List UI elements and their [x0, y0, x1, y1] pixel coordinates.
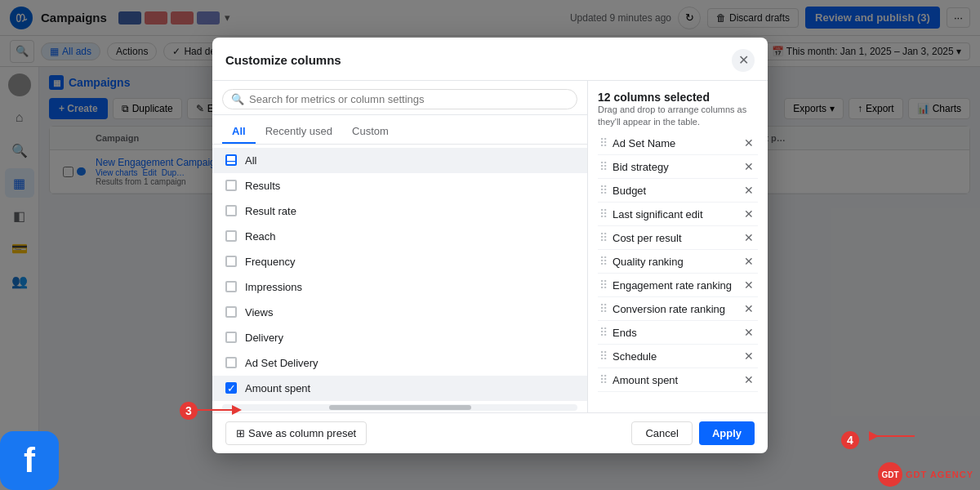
drag-handle-icon[interactable]: ⠿	[599, 160, 608, 173]
list-item-all[interactable]: — All	[212, 148, 587, 173]
column-item-quality-ranking: ⠿ Quality ranking ✕	[598, 250, 758, 274]
modal-overlay[interactable]: Customize columns ✕ 🔍 All Recently used …	[0, 0, 980, 490]
remove-column-button[interactable]: ✕	[742, 349, 756, 363]
drag-handle-icon[interactable]: ⠿	[599, 326, 608, 339]
column-label: Engagement rate ranking	[612, 279, 737, 292]
arrow-4	[866, 428, 915, 444]
watermark: GDT GDT AGENCY	[878, 462, 973, 487]
column-label: Ad Set Name	[612, 137, 737, 149]
column-item-last-edit: ⠿ Last significant edit ✕	[598, 203, 758, 226]
modal-search-area: 🔍	[212, 81, 587, 115]
metric-search-wrap: 🔍	[222, 89, 577, 109]
frequency-checkbox	[225, 256, 237, 267]
reach-label: Reach	[245, 230, 276, 243]
drag-handle-icon[interactable]: ⠿	[599, 136, 608, 149]
remove-column-button[interactable]: ✕	[742, 207, 756, 221]
drag-handle-icon[interactable]: ⠿	[599, 350, 608, 363]
drag-handle-icon[interactable]: ⠿	[599, 207, 608, 220]
results-checkbox	[225, 180, 237, 191]
drag-handle-icon[interactable]: ⠿	[599, 184, 608, 197]
column-label: Conversion rate ranking	[612, 303, 737, 315]
gdt-logo-icon: GDT	[878, 462, 902, 487]
tab-custom[interactable]: Custom	[342, 120, 399, 144]
frequency-label: Frequency	[245, 256, 295, 268]
column-label: Ends	[612, 327, 737, 339]
delivery-label: Delivery	[245, 332, 283, 344]
remove-column-button[interactable]: ✕	[742, 254, 756, 269]
list-scrollbar[interactable]	[222, 404, 577, 411]
all-checkbox: —	[225, 154, 237, 166]
column-item-ad-set-name: ⠿ Ad Set Name ✕	[598, 131, 758, 155]
modal-left-panel: 🔍 All Recently used Custom — All	[212, 81, 588, 412]
list-item-amount-spent[interactable]: ✓ Amount spent	[212, 376, 587, 401]
annotation-3: 3	[180, 402, 198, 420]
modal-header: Customize columns ✕	[212, 38, 768, 81]
column-label: Budget	[612, 185, 737, 197]
list-item-impressions[interactable]: Impressions	[212, 274, 587, 300]
drag-handle-icon[interactable]: ⠿	[599, 278, 608, 292]
amount-spent-label: Amount spent	[245, 382, 310, 394]
column-item-budget: ⠿ Budget ✕	[598, 179, 758, 203]
column-item-schedule: ⠿ Schedule ✕	[598, 345, 758, 368]
delivery-checkbox	[225, 332, 237, 343]
cancel-button[interactable]: Cancel	[631, 421, 692, 445]
impressions-checkbox	[225, 281, 237, 292]
footer-right-buttons: Cancel Apply	[631, 421, 755, 445]
remove-column-button[interactable]: ✕	[742, 372, 756, 387]
tab-all[interactable]: All	[222, 120, 256, 144]
amount-spent-checkbox: ✓	[225, 382, 237, 394]
scrollbar-thumb	[329, 405, 471, 410]
customize-columns-modal: Customize columns ✕ 🔍 All Recently used …	[212, 38, 768, 453]
apply-button[interactable]: Apply	[699, 421, 755, 445]
remove-column-button[interactable]: ✕	[742, 325, 756, 340]
all-label: All	[245, 154, 256, 167]
list-item-delivery[interactable]: Delivery	[212, 325, 587, 350]
results-label: Results	[245, 180, 280, 192]
right-panel-header: 12 columns selected Drag and drop to arr…	[598, 91, 758, 129]
remove-column-button[interactable]: ✕	[742, 278, 756, 292]
column-label: Last significant edit	[612, 208, 737, 220]
views-checkbox	[225, 306, 237, 318]
list-item-results[interactable]: Results	[212, 173, 587, 198]
remove-column-button[interactable]: ✕	[742, 230, 756, 245]
remove-column-button[interactable]: ✕	[742, 183, 756, 198]
list-item-frequency[interactable]: Frequency	[212, 249, 587, 274]
drag-handle-icon[interactable]: ⠿	[599, 231, 608, 244]
modal-body: 🔍 All Recently used Custom — All	[212, 81, 768, 412]
drag-handle-icon[interactable]: ⠿	[599, 373, 608, 386]
column-item-engagement-ranking: ⠿ Engagement rate ranking ✕	[598, 274, 758, 297]
result-rate-checkbox	[225, 205, 237, 216]
ad-set-delivery-label: Ad Set Delivery	[245, 357, 318, 369]
drag-handle-icon[interactable]: ⠿	[599, 255, 608, 268]
list-item-reach[interactable]: Reach	[212, 224, 587, 249]
columns-count: 12 columns selected	[598, 91, 758, 104]
metrics-list: — All Results Result rate	[212, 145, 587, 404]
tab-recently-used[interactable]: Recently used	[256, 120, 342, 144]
modal-title: Customize columns	[225, 53, 341, 67]
list-item-views[interactable]: Views	[212, 300, 587, 325]
list-item-ad-set-delivery[interactable]: Ad Set Delivery	[212, 350, 587, 376]
arrow-3	[196, 402, 245, 418]
column-label: Schedule	[612, 350, 737, 363]
list-item-result-rate[interactable]: Result rate	[212, 198, 587, 224]
metric-search-input[interactable]	[249, 93, 568, 105]
drag-handle-icon[interactable]: ⠿	[599, 302, 608, 315]
modal-footer: ⊞ Save as column preset Cancel Apply	[212, 412, 768, 453]
remove-column-button[interactable]: ✕	[742, 301, 756, 316]
facebook-icon: f	[0, 431, 59, 490]
column-label: Bid strategy	[612, 161, 737, 173]
save-preset-button[interactable]: ⊞ Save as column preset	[225, 421, 367, 445]
modal-close-button[interactable]: ✕	[732, 49, 755, 72]
save-icon: ⊞	[236, 427, 245, 439]
column-label: Quality ranking	[612, 256, 737, 268]
remove-column-button[interactable]: ✕	[742, 159, 756, 174]
reach-checkbox	[225, 230, 237, 242]
columns-description: Drag and drop to arrange columns as they…	[598, 104, 758, 129]
result-rate-label: Result rate	[245, 205, 296, 217]
remove-column-button[interactable]: ✕	[742, 136, 756, 150]
column-item-bid-strategy: ⠿ Bid strategy ✕	[598, 155, 758, 179]
column-label: Amount spent	[612, 374, 737, 386]
column-item-amount-spent: ⠿ Amount spent ✕	[598, 368, 758, 392]
column-label: Cost per result	[612, 232, 737, 244]
modal-tabs: All Recently used Custom	[212, 115, 587, 145]
